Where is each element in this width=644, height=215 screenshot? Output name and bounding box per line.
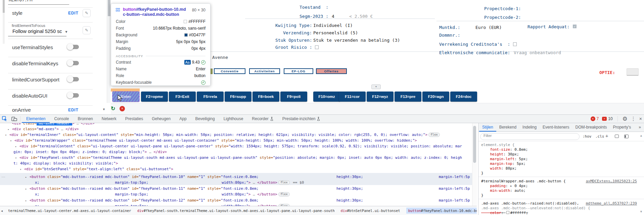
first-element-select[interactable]: Follow original 5250 sc ▼ (12, 29, 68, 34)
new-style-rule-icon[interactable]: + (605, 133, 608, 139)
tree-expand-closed-icon[interactable]: ▸ (25, 186, 27, 191)
tree-row[interactable]: ▾<div id="terminalWrapper" class="termin… (14, 138, 417, 143)
chevron-down-icon[interactable]: ▼ (102, 108, 105, 111)
fkey-button-f8=boek[interactable]: F8=boek (252, 92, 279, 102)
tab-overflow-icon[interactable]: » (636, 123, 644, 132)
devtools-tab-prestaties[interactable]: Prestaties (121, 115, 147, 123)
action-button-offertes[interactable]: Offertes (316, 68, 347, 74)
stylesheet-source-link[interactable]: mdtheme_all…0537027:239 (586, 201, 637, 206)
devtools-tab-app[interactable]: App (175, 115, 191, 123)
verrekening-checkbox[interactable] (513, 42, 517, 46)
fkey-button-f10=omz[interactable]: F10=omz (313, 92, 340, 102)
close-icon[interactable]: × (639, 116, 642, 121)
tree-expand-closed-icon[interactable]: ▸ (8, 127, 9, 132)
fkey-button-f3=exit[interactable]: F3=Exit (169, 92, 196, 102)
style-edit-button[interactable]: EDIT (68, 11, 79, 15)
css-line[interactable]: font-size: 0.8em; (481, 147, 528, 152)
breadcrumb-item[interactable]: div#fkeyPanel-south.terminalTheme.ui-lay… (137, 209, 335, 213)
fkey-button-f6=supp[interactable]: F6=supp (225, 92, 251, 102)
scroll-up-icon[interactable]: ▲ (640, 134, 643, 137)
sidebar-right-scrollbar[interactable] (107, 0, 110, 103)
tree-expand-closed-icon[interactable]: ▸ (15, 144, 17, 149)
styles-tab-indeling[interactable]: Indeling (519, 123, 540, 132)
fkey-button-f11=cor[interactable]: F11=cor (339, 92, 366, 102)
sidebar-layout-icon[interactable] (624, 135, 629, 138)
fkey-button-f13=pre[interactable]: F13=pre (395, 92, 421, 102)
tree-expand-open-icon[interactable]: ▾ (15, 155, 17, 160)
scroll-down-icon[interactable]: ▼ (640, 210, 643, 213)
css-line[interactable]: height: 30px; (481, 152, 519, 156)
devtools-tab-elementen[interactable]: Elementen (22, 115, 50, 123)
flex-badge[interactable]: flex (278, 192, 290, 196)
styles-filter-input[interactable]: Filter (480, 133, 580, 140)
first-element-pencil-button[interactable]: ✎ (83, 26, 91, 34)
devtools-tab-netwerk[interactable]: Netwerk (97, 115, 121, 123)
inspect-element-icon[interactable] (0, 115, 9, 123)
css-line[interactable]: .md-axes .mdc-button--unelevated:not(:di… (481, 206, 590, 210)
cls-toggle[interactable]: .cls (595, 134, 604, 139)
tree-row[interactable]: <div class="md-axes header"> … </div> (12, 123, 94, 126)
kebab-menu-icon[interactable]: ⋮ (631, 116, 636, 122)
styles-tab-event-listeners[interactable]: Event-listeners (540, 123, 572, 132)
tree-expand-open-icon[interactable]: ▾ (5, 133, 7, 138)
action-button-activiteiten[interactable]: Activiteiten (249, 68, 280, 74)
fkey-button-f9=poli[interactable]: F9=poli (280, 92, 307, 102)
toggle-disableAutoGUI[interactable] (67, 92, 80, 99)
css-line[interactable]: .md-axes .mdc-button--raised:not(:disabl… (481, 201, 579, 206)
devtools-tab-beveiliging[interactable]: Beveiliging (191, 115, 219, 123)
css-line[interactable]: width: 80px; (481, 166, 517, 171)
tree-row[interactable]: ▸<button class="mdc-button--raised mdc-b… (30, 198, 470, 203)
sidebar-left-scrollbar[interactable] (3, 0, 5, 44)
fkey-button-f2=opme[interactable]: F2=opme (141, 92, 168, 102)
tree-row[interactable]: x; margin-top:5px; width:80px;"> … </but… (35, 192, 291, 197)
refresh-icon[interactable]: ↻ (111, 105, 115, 112)
styles-tab-property-s[interactable]: Property's (610, 123, 634, 132)
row-gutter-ellipsis[interactable]: … (1, 174, 5, 178)
fkey-button-enter[interactable]: Enter (112, 92, 139, 102)
tree-row[interactable]: ▸<div class="md-axes"> … </div> (12, 127, 79, 132)
flex-badge[interactable]: flex (278, 180, 290, 185)
css-line[interactable]: min-width: auto; (481, 188, 525, 193)
tree-expand-open-icon[interactable]: ▾ (10, 138, 12, 143)
css-line[interactable]: element.style { (481, 143, 514, 147)
fkey-button-f24=doc[interactable]: F24=doc (450, 92, 477, 102)
tree-row[interactable]: ▾<div id="btnSetPanel" style="text-align… (24, 167, 173, 172)
css-line[interactable]: } (481, 171, 484, 175)
stop-icon[interactable]: × (120, 106, 125, 111)
css-line[interactable]: margin-top: 5px; (481, 162, 525, 166)
optie-input[interactable] (627, 68, 639, 76)
hov-toggle[interactable]: :hov (583, 134, 592, 139)
css-line[interactable]: } (481, 193, 484, 198)
device-toolbar-icon[interactable] (9, 115, 19, 123)
action-button-conventie[interactable]: Conventie (214, 68, 245, 74)
devtools-tab-console[interactable]: Console (50, 115, 73, 123)
toggle-limitedCursorSupport[interactable] (67, 76, 80, 82)
style-pencil-button[interactable]: ✎ (83, 9, 91, 17)
tree-row[interactable]: ▾<div id="fkeyPanel-south" class="termin… (19, 155, 462, 160)
toolbar-rendering-icon[interactable] (615, 135, 619, 138)
tree-row-selected[interactable]: ▸<button class="mdc-button--raised mdc-b… (30, 174, 470, 179)
devtools-tab-bronnen[interactable]: Bronnen (73, 115, 97, 123)
styles-tab-stijlen[interactable]: Stijlen (479, 123, 496, 132)
hidden-dropdown-button[interactable]: ▾ (371, 84, 381, 89)
issue-count-badge[interactable]: ×10 (602, 116, 612, 121)
toggle-disableTerminalKeys[interactable] (67, 60, 80, 66)
devtools-tab-geheugen[interactable]: Geheugen (147, 115, 175, 123)
error-count-badge[interactable]: ×7 (591, 116, 599, 121)
styles-tab-berekend[interactable]: Berekend (496, 123, 519, 132)
fkey-button-f5=rela[interactable]: F5=rela (197, 92, 224, 102)
rapport-adequat-checkbox[interactable]: ✓ (573, 25, 577, 28)
tree-row[interactable]: x; margin-top:5px; width:80px;"> … </but… (35, 204, 291, 206)
tree-row[interactable]: ▸<button class="mdc-button--raised mdc-b… (30, 186, 470, 191)
tree-row[interactable]: ▾<div id="terminalInner" class="ui-layou… (9, 132, 441, 137)
breadcrumb-scroll-left-icon[interactable]: ◂ (1, 209, 3, 213)
tree-expand-closed-icon[interactable]: ▸ (25, 198, 27, 203)
devtools-tab-prestatie-inzichten[interactable]: Prestatie-inzichten (278, 115, 325, 123)
stylesheet-source-link[interactable]: axMDCExtens…10025023:25 (586, 179, 637, 183)
tree-expand-open-icon[interactable]: ▾ (20, 167, 21, 172)
breadcrumb-item[interactable]: terminalTheme.ui-layout-center.md-axes.u… (8, 209, 131, 213)
devtools-tab-lighthouse[interactable]: Lighthouse (219, 115, 248, 123)
css-line[interactable]: padding: ▸ 0 4px; (481, 184, 528, 188)
css-line[interactable]: margin-left: 5px; (481, 157, 528, 161)
css-line[interactable]: #terminalWrapper.md-axes .mdc-button { (481, 179, 566, 183)
